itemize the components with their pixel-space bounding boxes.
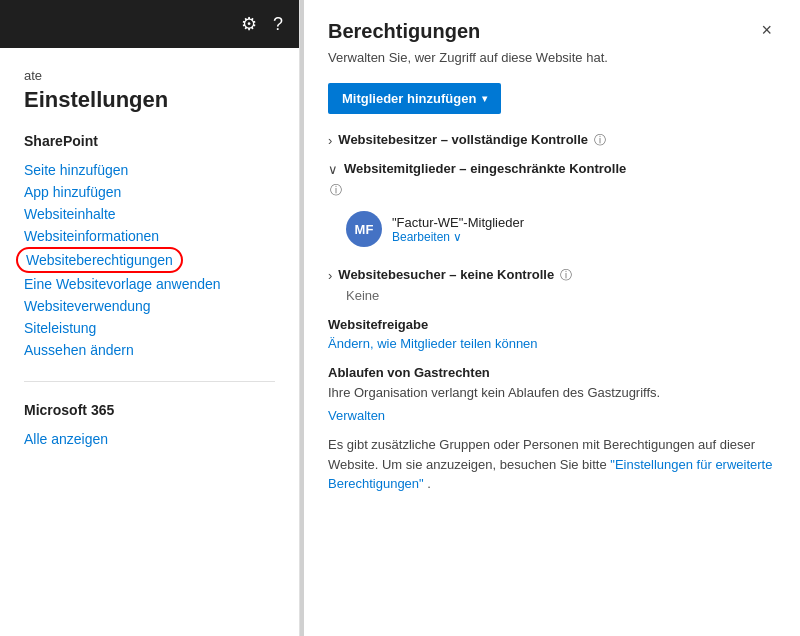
site-sharing-link[interactable]: Ändern, wie Mitglieder teilen können [328, 336, 776, 351]
add-members-button[interactable]: Mitglieder hinzufügen ▾ [328, 83, 501, 114]
info-icon-owner[interactable]: ⓘ [594, 132, 606, 149]
add-members-label: Mitglieder hinzufügen [342, 91, 476, 106]
footer-text: Es gibt zusätzliche Gruppen oder Persone… [328, 435, 776, 494]
visitors-sublabel: Keine [328, 288, 776, 303]
settings-content: ate Einstellungen SharePoint Seite hinzu… [0, 48, 299, 636]
top-bar: ⚙ ? [0, 0, 299, 48]
gear-icon[interactable]: ⚙ [237, 9, 261, 39]
right-panel: Berechtigungen × Verwalten Sie, wer Zugr… [300, 0, 800, 636]
panel-description: Verwalten Sie, wer Zugriff auf diese Web… [328, 49, 776, 67]
link-websiteberechtigungen[interactable]: Websiteberechtigungen [16, 247, 183, 273]
member-role[interactable]: Bearbeiten ∨ [392, 230, 524, 244]
toggle-owner[interactable]: › [328, 133, 332, 148]
link-siteleistung[interactable]: Siteleistung [24, 317, 275, 339]
permission-row-visitors: › Websitebesucher – keine Kontrolle ⓘ [328, 267, 776, 284]
permission-section-visitors: › Websitebesucher – keine Kontrolle ⓘ Ke… [328, 267, 776, 303]
settings-title: Einstellungen [24, 87, 275, 113]
link-app-hinzufuegen[interactable]: App hinzufügen [24, 181, 275, 203]
partial-nav-text: ate [24, 68, 275, 83]
permission-row-members: ∨ Websitemitglieder – eingeschränkte Kon… [328, 161, 776, 177]
permission-row-owner: › Websitebesitzer – vollständige Kontrol… [328, 132, 776, 149]
link-seite-hinzufuegen[interactable]: Seite hinzufügen [24, 159, 275, 181]
close-button[interactable]: × [757, 20, 776, 41]
left-panel: ⚙ ? ate Einstellungen SharePoint Seite h… [0, 0, 300, 636]
role-chevron-icon: ∨ [453, 230, 462, 244]
link-websiteinformationen[interactable]: Websiteinformationen [24, 225, 275, 247]
manage-link[interactable]: Verwalten [328, 408, 776, 423]
guest-rights-heading: Ablaufen von Gastrechten [328, 365, 776, 380]
toggle-members[interactable]: ∨ [328, 162, 338, 177]
guest-rights-description: Ihre Organisation verlangt kein Ablaufen… [328, 384, 776, 402]
site-sharing-heading: Websitefreigabe [328, 317, 776, 332]
member-row: MF "Factur-WE"-Mitglieder Bearbeiten ∨ [328, 203, 776, 255]
help-icon[interactable]: ? [269, 10, 287, 39]
panel-title: Berechtigungen [328, 20, 480, 43]
permission-label-visitors: Websitebesucher – keine Kontrolle [338, 267, 554, 282]
panel-header: Berechtigungen × [328, 20, 776, 43]
permission-label-members: Websitemitglieder – eingeschränkte Kontr… [344, 161, 626, 176]
permission-section-owner: › Websitebesitzer – vollständige Kontrol… [328, 132, 776, 149]
permission-label-owner: Websitebesitzer – vollständige Kontrolle [338, 132, 588, 147]
link-websitevorlage[interactable]: Eine Websitevorlage anwenden [24, 273, 275, 295]
site-sharing-section: Websitefreigabe Ändern, wie Mitglieder t… [328, 317, 776, 351]
guest-rights-section: Ablaufen von Gastrechten Ihre Organisati… [328, 365, 776, 423]
chevron-down-icon: ▾ [482, 93, 487, 104]
member-name: "Factur-WE"-Mitglieder [392, 215, 524, 230]
link-websiteinhalte[interactable]: Websiteinhalte [24, 203, 275, 225]
toggle-visitors[interactable]: › [328, 268, 332, 283]
link-aussehen[interactable]: Aussehen ändern [24, 339, 275, 361]
member-info: "Factur-WE"-Mitglieder Bearbeiten ∨ [392, 215, 524, 244]
permission-section-members: ∨ Websitemitglieder – eingeschränkte Kon… [328, 161, 776, 255]
section-divider [24, 381, 275, 382]
info-icon-members[interactable]: ⓘ [330, 183, 342, 197]
link-alle-anzeigen[interactable]: Alle anzeigen [24, 428, 275, 450]
avatar: MF [346, 211, 382, 247]
sharepoint-heading: SharePoint [24, 133, 275, 149]
info-icon-visitors[interactable]: ⓘ [560, 267, 572, 284]
microsoft365-heading: Microsoft 365 [24, 402, 275, 418]
link-websiteverwendung[interactable]: Websiteverwendung [24, 295, 275, 317]
